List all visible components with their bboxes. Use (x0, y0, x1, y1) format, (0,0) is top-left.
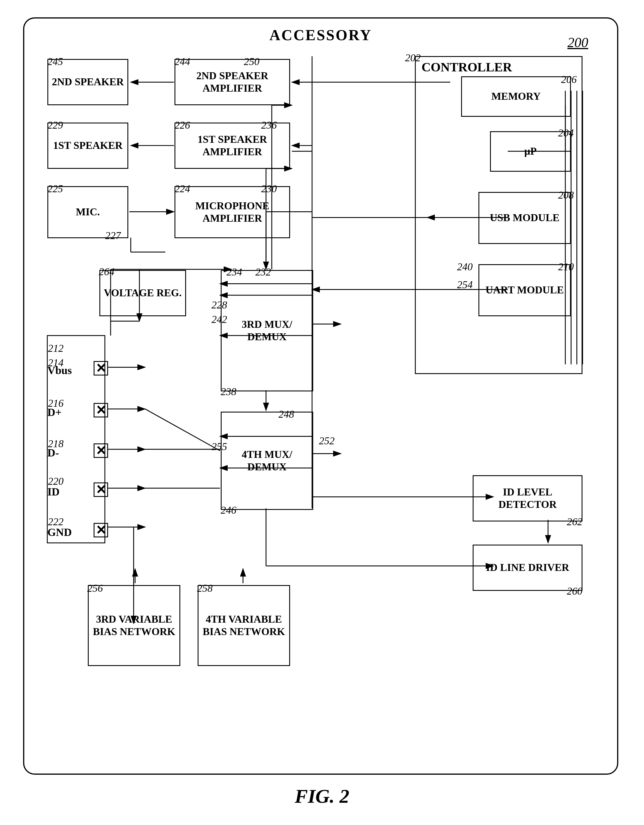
var-bias-3-block: 3RD VARIABLE BIAS NETWORK (88, 585, 180, 666)
ref-208: 208 (558, 189, 574, 201)
id-label: ID (48, 485, 60, 498)
page: ACCESSORY 200 CONTROLLER 202 MEMORY 206 … (0, 0, 644, 825)
ref-244: 244 (174, 56, 190, 68)
ref-225: 225 (48, 183, 63, 195)
id-line-drv-block: ID LINE DRIVER (473, 545, 582, 591)
svg-line-41 (145, 409, 220, 451)
memory-block: MEMORY (461, 76, 571, 117)
ref-238: 238 (221, 386, 236, 398)
gnd-label: GND (48, 526, 72, 539)
id-level-det-block: ID LEVEL DETECTOR (473, 475, 582, 521)
dminus-label: D- (48, 446, 59, 459)
ref-240: 240 (457, 261, 473, 273)
ref-245: 245 (48, 56, 63, 68)
ref-206: 206 (561, 73, 577, 86)
ref-262: 262 (567, 516, 582, 528)
ref-228: 228 (211, 299, 227, 311)
ref-230: 230 (261, 183, 277, 195)
ref-229: 229 (48, 119, 63, 131)
id-connector: ✕ (94, 482, 108, 497)
vbus-connector: ✕ (94, 361, 108, 375)
mux4-block: 4TH MUX/ DEMUX (221, 412, 313, 510)
ref-202: 202 (405, 52, 421, 64)
ref-227: 227 (105, 230, 121, 242)
usb-module-block: USB MODULE (478, 192, 571, 244)
ref-204: 204 (558, 127, 574, 139)
ref-232: 232 (256, 266, 271, 278)
ref-242: 242 (211, 314, 227, 326)
accessory-title: ACCESSORY (270, 26, 372, 44)
ref-226: 226 (174, 119, 190, 131)
ref-255: 255 (211, 440, 227, 453)
ref-236: 236 (261, 119, 277, 131)
ref-258: 258 (197, 582, 213, 594)
ref-200: 200 (567, 34, 588, 50)
ref-212: 212 (48, 342, 63, 354)
mux3-block: 3RD MUX/ DEMUX (221, 270, 313, 391)
ref-234: 234 (226, 266, 242, 278)
ref-224: 224 (174, 183, 190, 195)
dminus-connector: ✕ (94, 443, 108, 458)
uart-module-block: UART MODULE (478, 264, 571, 316)
dplus-connector: ✕ (94, 403, 108, 417)
ref-246: 246 (221, 504, 236, 516)
var-bias-4-block: 4TH VARIABLE BIAS NETWORK (198, 585, 290, 666)
diagram-container: ACCESSORY 200 CONTROLLER 202 MEMORY 206 … (23, 17, 618, 775)
nd-speaker-amp-block: 2ND SPEAKER AMPLIFIER (174, 59, 290, 105)
ref-260: 260 (567, 585, 582, 597)
vbus-label: Vbus (48, 364, 72, 377)
dplus-label: D+ (48, 406, 62, 419)
ref-248: 248 (279, 408, 294, 420)
ref-254: 254 (457, 279, 473, 291)
ref-252: 252 (319, 435, 334, 447)
ref-250: 250 (244, 56, 259, 68)
fig-label: FIG. 2 (295, 785, 349, 808)
ref-264: 264 (99, 266, 114, 278)
ref-256: 256 (87, 582, 103, 594)
gnd-connector: ✕ (94, 523, 108, 538)
ref-210: 210 (558, 261, 574, 273)
